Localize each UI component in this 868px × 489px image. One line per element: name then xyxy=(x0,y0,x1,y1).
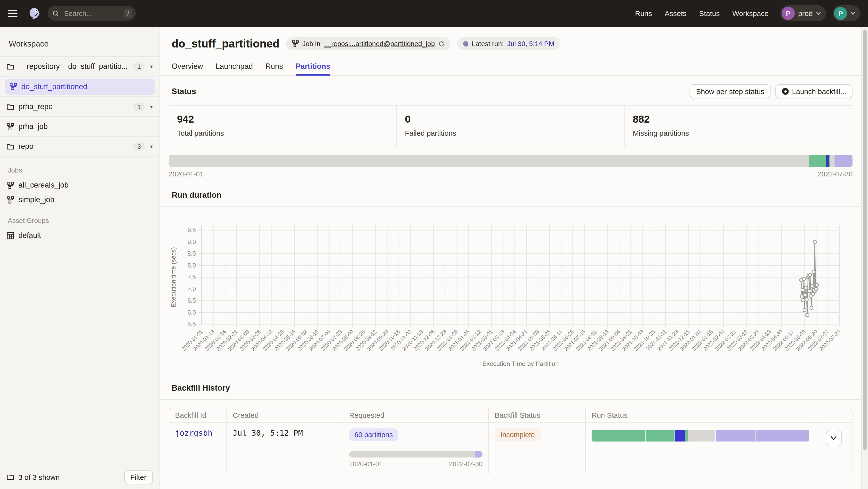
asset-groups-section-label: Asset Groups xyxy=(8,217,152,224)
svg-text:8.0: 8.0 xyxy=(187,262,196,269)
run-status-bar[interactable] xyxy=(592,430,809,442)
sidebar-job-simple-job[interactable]: simple_job xyxy=(0,192,159,207)
global-search[interactable]: / xyxy=(48,6,136,21)
folder-icon xyxy=(7,103,14,110)
repo-count-shown: 3 of 3 shown xyxy=(19,473,120,481)
run-status-dot xyxy=(463,41,468,46)
stat-failed-partitions: 0 Failed partitions xyxy=(397,106,625,147)
top-nav: Runs Assets Status Workspace xyxy=(635,9,769,18)
col-backfill-status: Backfill Status xyxy=(489,408,585,422)
reload-icon[interactable] xyxy=(438,40,444,47)
job-label: do_stuff_partitioned xyxy=(21,82,150,91)
nav-status[interactable]: Status xyxy=(699,9,720,18)
svg-text:7.0: 7.0 xyxy=(187,286,196,292)
svg-text:6.5: 6.5 xyxy=(187,297,196,304)
svg-text:Execution Time by Partition: Execution Time by Partition xyxy=(482,360,559,367)
filter-button[interactable]: Filter xyxy=(124,470,153,484)
vertical-scrollbar[interactable] xyxy=(861,27,868,489)
latest-run-label: Latest run: xyxy=(472,40,504,47)
scrollbar-thumb[interactable] xyxy=(863,30,867,450)
sidebar-item-prha-job[interactable]: prha_job xyxy=(0,117,159,137)
stat-value: 0 xyxy=(405,113,624,125)
workspace-sidebar: Workspace __repository__do_stuff_partiti… xyxy=(0,27,160,489)
stat-label: Failed partitions xyxy=(405,129,624,137)
job-tag-prefix: Job in xyxy=(302,40,320,47)
expand-row-button[interactable] xyxy=(826,430,842,446)
stat-label: Total partitions xyxy=(177,129,396,137)
launch-backfill-button[interactable]: Launch backfill... xyxy=(776,84,852,98)
chevron-down-icon xyxy=(816,12,821,15)
app-window: / Runs Assets Status Workspace P prod P … xyxy=(0,0,868,489)
tab-runs[interactable]: Runs xyxy=(266,62,283,75)
repo-expand-caret[interactable]: ▾ xyxy=(149,63,154,70)
stat-value: 882 xyxy=(633,113,852,125)
repo-label: prha_repo xyxy=(19,102,129,111)
sidebar-item-do-stuff-partitioned[interactable]: do_stuff_partitioned xyxy=(5,78,155,95)
sidebar-repo-do-stuff[interactable]: __repository__do_stuff_partitio... 1 ▾ xyxy=(0,57,159,76)
tab-overview[interactable]: Overview xyxy=(172,62,203,75)
search-input[interactable] xyxy=(63,9,120,18)
chevron-down-icon xyxy=(850,12,856,15)
svg-text:9.5: 9.5 xyxy=(187,227,196,233)
folder-icon xyxy=(7,143,14,150)
stat-missing-partitions: 882 Missing partitions xyxy=(625,106,852,147)
backfill-id-link[interactable]: jozrgsbh xyxy=(175,428,212,437)
deployment-name: prod xyxy=(798,9,813,18)
svg-text:8.5: 8.5 xyxy=(187,250,196,257)
sidebar-footer: 3 of 3 shown Filter xyxy=(0,465,159,489)
main-content: do_stuff_partitioned Job in __reposi...a… xyxy=(160,27,868,489)
partition-status-bar[interactable] xyxy=(169,155,852,167)
sidebar-repo-prha-repo[interactable]: prha_repo 1 ▾ xyxy=(0,97,159,117)
job-label: prha_job xyxy=(19,122,154,131)
svg-text:7.5: 7.5 xyxy=(187,273,196,280)
tab-partitions[interactable]: Partitions xyxy=(296,62,330,75)
deployment-switcher[interactable]: P prod xyxy=(780,5,826,21)
requested-range-end: 2022-07-30 xyxy=(449,460,483,468)
sidebar-job-all-cereals[interactable]: all_cereals_job xyxy=(0,178,159,192)
job-origin-tag: Job in __reposi...artitioned@partitioned… xyxy=(286,37,451,51)
asset-group-icon xyxy=(7,232,14,239)
user-avatar: P xyxy=(834,7,847,20)
search-icon xyxy=(52,10,59,17)
backfill-history-table: Backfill Id Created Requested Backfill S… xyxy=(169,408,852,474)
nav-assets[interactable]: Assets xyxy=(664,9,686,18)
repo-label: __repository__do_stuff_partitio... xyxy=(19,62,129,71)
created-timestamp: Jul 30, 5:12 PM xyxy=(233,428,303,437)
hamburger-menu-icon[interactable] xyxy=(8,7,20,20)
repo-label: repo xyxy=(19,142,129,151)
search-shortcut-badge: / xyxy=(124,9,132,18)
repo-expand-caret[interactable]: ▾ xyxy=(149,143,154,150)
nav-runs[interactable]: Runs xyxy=(635,9,652,18)
dagster-logo-icon[interactable] xyxy=(27,6,41,20)
job-icon xyxy=(10,83,17,90)
job-icon xyxy=(7,123,14,130)
sidebar-repo-repo[interactable]: repo 3 ▾ xyxy=(0,137,159,157)
svg-text:5.5: 5.5 xyxy=(187,321,196,327)
job-icon xyxy=(7,182,14,189)
job-tag-target-link[interactable]: __reposi...artitioned@partitioned_job xyxy=(324,40,435,47)
sidebar-asset-group-default[interactable]: default xyxy=(0,228,159,243)
backfill-history-heading: Backfill History xyxy=(172,383,852,393)
partition-stats: 942 Total partitions 0 Failed partitions… xyxy=(169,105,852,147)
requested-range-start: 2020-01-01 xyxy=(349,460,382,468)
col-created: Created xyxy=(227,408,343,422)
partition-range-start: 2020-01-01 xyxy=(169,170,204,178)
requested-partitions-badge[interactable]: 60 partitions xyxy=(349,428,398,441)
col-requested: Requested xyxy=(343,408,488,422)
latest-run-tag: Latest run: Jul 30, 5:14 PM xyxy=(457,37,560,51)
svg-text:6.0: 6.0 xyxy=(187,309,196,316)
chevron-down-icon xyxy=(831,436,836,440)
show-per-step-status-button[interactable]: Show per-step status xyxy=(690,84,771,98)
job-label: all_cereals_job xyxy=(19,181,69,190)
plus-circle-icon xyxy=(782,88,789,95)
job-icon xyxy=(7,196,14,203)
repo-count-badge: 1 xyxy=(133,102,145,111)
user-menu[interactable]: P xyxy=(833,5,860,21)
latest-run-link[interactable]: Jul 30, 5:14 PM xyxy=(507,40,555,47)
run-duration-heading: Run duration xyxy=(172,191,852,200)
job-icon xyxy=(292,40,299,47)
repo-expand-caret[interactable]: ▾ xyxy=(149,103,154,110)
tab-launchpad[interactable]: Launchpad xyxy=(216,62,253,75)
nav-workspace[interactable]: Workspace xyxy=(732,9,769,18)
stat-total-partitions: 942 Total partitions xyxy=(169,106,397,147)
